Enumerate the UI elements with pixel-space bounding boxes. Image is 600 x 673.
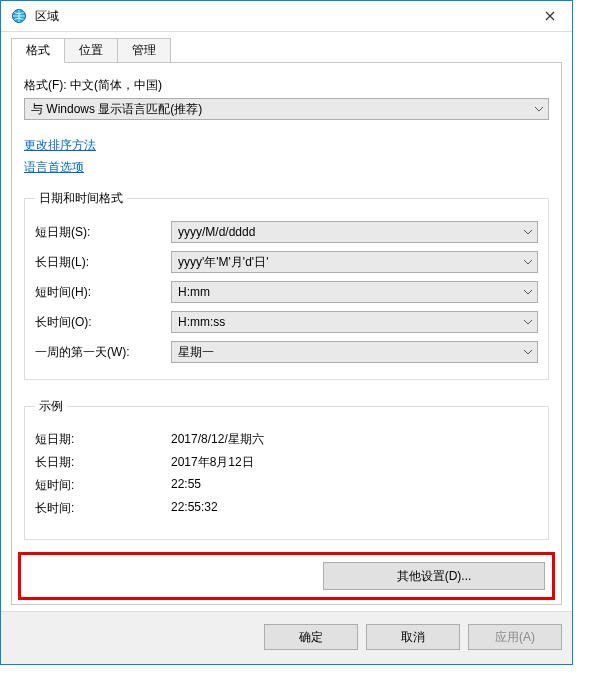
format-select-value: 与 Windows 显示语言匹配(推荐) — [31, 101, 202, 118]
long-date-value: yyyy'年'M'月'd'日' — [178, 254, 268, 271]
ex-short-time-value: 22:55 — [171, 477, 538, 494]
ok-button[interactable]: 确定 — [264, 624, 358, 650]
format-select[interactable]: 与 Windows 显示语言匹配(推荐) — [24, 98, 549, 120]
ex-short-date-label: 短日期: — [35, 431, 171, 448]
tab-admin-label: 管理 — [132, 43, 156, 57]
chevron-down-icon — [519, 342, 537, 362]
long-date-select[interactable]: yyyy'年'M'月'd'日' — [171, 251, 538, 273]
cancel-button[interactable]: 取消 — [366, 624, 460, 650]
long-time-label: 长时间(O): — [35, 314, 171, 331]
links: 更改排序方法 语言首选项 — [24, 134, 549, 178]
additional-settings-label: 其他设置(D)... — [397, 568, 472, 585]
dialog-footer: 确定 取消 应用(A) — [1, 611, 572, 664]
short-date-select[interactable]: yyyy/M/d/dddd — [171, 221, 538, 243]
long-time-value: H:mm:ss — [178, 315, 225, 329]
long-date-label: 长日期(L): — [35, 254, 171, 271]
short-date-label: 短日期(S): — [35, 224, 171, 241]
ex-long-time-value: 22:55:32 — [171, 500, 538, 517]
ex-long-date-label: 长日期: — [35, 454, 171, 471]
tab-admin[interactable]: 管理 — [117, 38, 171, 62]
chevron-down-icon — [519, 282, 537, 302]
close-button[interactable] — [527, 1, 572, 31]
link-change-sort[interactable]: 更改排序方法 — [24, 134, 96, 156]
first-day-value: 星期一 — [178, 344, 214, 361]
tab-location-label: 位置 — [79, 43, 103, 57]
additional-settings-button[interactable]: 其他设置(D)... — [323, 562, 545, 590]
region-dialog: 区域 格式 位置 管理 格式(F): 中文(简体，中国) 与 Windows 显… — [0, 0, 573, 665]
tab-location[interactable]: 位置 — [64, 38, 118, 62]
chevron-down-icon — [530, 99, 548, 119]
chevron-down-icon — [519, 312, 537, 332]
format-panel: 格式(F): 中文(简体，中国) 与 Windows 显示语言匹配(推荐) 更改… — [11, 63, 562, 605]
format-label: 格式(F): 中文(简体，中国) — [24, 77, 549, 94]
long-time-select[interactable]: H:mm:ss — [171, 311, 538, 333]
short-date-value: yyyy/M/d/dddd — [178, 225, 255, 239]
link-language-prefs[interactable]: 语言首选项 — [24, 156, 84, 178]
tab-format[interactable]: 格式 — [11, 38, 65, 63]
examples-legend: 示例 — [35, 398, 67, 415]
window-title: 区域 — [35, 8, 59, 25]
apply-label: 应用(A) — [495, 629, 535, 646]
short-time-label: 短时间(H): — [35, 284, 171, 301]
tabstrip: 格式 位置 管理 — [11, 38, 562, 63]
short-time-value: H:mm — [178, 285, 210, 299]
first-day-label: 一周的第一天(W): — [35, 344, 171, 361]
titlebar: 区域 — [1, 1, 572, 32]
tab-format-label: 格式 — [26, 43, 50, 57]
ok-label: 确定 — [299, 629, 323, 646]
ex-short-date-value: 2017/8/12/星期六 — [171, 431, 538, 448]
first-day-select[interactable]: 星期一 — [171, 341, 538, 363]
datetime-legend: 日期和时间格式 — [35, 190, 127, 207]
close-icon — [545, 11, 555, 21]
chevron-down-icon — [519, 252, 537, 272]
examples-group: 示例 短日期: 2017/8/12/星期六 长日期: 2017年8月12日 短时… — [24, 398, 549, 540]
datetime-group: 日期和时间格式 短日期(S): yyyy/M/d/dddd 长日期(L): yy… — [24, 190, 549, 380]
ex-long-date-value: 2017年8月12日 — [171, 454, 538, 471]
chevron-down-icon — [519, 222, 537, 242]
ex-short-time-label: 短时间: — [35, 477, 171, 494]
apply-button[interactable]: 应用(A) — [468, 624, 562, 650]
ex-long-time-label: 长时间: — [35, 500, 171, 517]
short-time-select[interactable]: H:mm — [171, 281, 538, 303]
cancel-label: 取消 — [401, 629, 425, 646]
region-app-icon — [9, 6, 29, 26]
